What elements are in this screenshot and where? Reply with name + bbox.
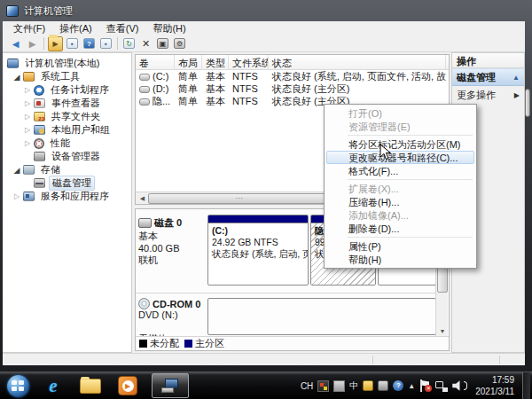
actions-disk-management-section[interactable]: 磁盘管理 ▲ [452, 68, 524, 86]
tray-help-icon[interactable]: ? [393, 380, 403, 391]
collapse-icon[interactable]: ◢ [12, 166, 22, 175]
tree-item-event-viewer[interactable]: ▷ 事件查看器 [3, 97, 131, 110]
back-icon[interactable]: ◀ [8, 36, 23, 51]
scrollbar-thumb[interactable]: ⋯ [148, 193, 331, 204]
volume-row-c[interactable]: (C:) 简单 基本 NTFS 状态良好 (系统, 启动, 页面文件, 活动, … [136, 70, 449, 82]
menu-help[interactable]: 帮助(H) [145, 21, 192, 36]
menu-item-format[interactable]: 格式化(F)... [326, 164, 474, 177]
volume-filesystem: NTFS [229, 96, 269, 106]
language-indicator[interactable]: CH [301, 381, 313, 391]
ime-mode-indicator[interactable]: 中 [349, 379, 358, 392]
expand-icon[interactable]: ▷ [12, 192, 22, 200]
menu-item-mark-active[interactable]: 将分区标记为活动分区(M) [326, 137, 474, 151]
expand-icon[interactable]: ▷ [22, 113, 33, 121]
volume-layout: 简单 [175, 82, 202, 96]
column-header-status[interactable]: 状态 [269, 55, 446, 69]
cdrom-name: CD-ROM 0 [153, 299, 200, 309]
show-hidden-icons-button[interactable]: ▲ [408, 382, 415, 390]
more-actions-label: 更多操作 [457, 89, 496, 102]
show-console-tree-icon[interactable]: ▶ [48, 36, 63, 51]
menu-item-change-drive-letter[interactable]: 更改驱动器号和路径(C)... [326, 151, 474, 164]
help-icon[interactable]: ? [82, 36, 97, 51]
actions-section-label: 磁盘管理 [457, 71, 496, 84]
column-header-layout[interactable]: 布局 [175, 55, 202, 69]
expand-icon[interactable]: ▷ [22, 99, 33, 107]
legend-primary: 主分区 [184, 337, 224, 350]
collapse-section-icon[interactable]: ▲ [512, 74, 520, 82]
taskbar-clock[interactable]: 17:59 2021/3/11 [475, 374, 514, 397]
column-header-filesystem[interactable]: 文件系统 [229, 55, 269, 69]
keyboard-layout-icon[interactable] [333, 380, 345, 392]
cdrom-media-block[interactable] [207, 298, 436, 335]
action-center-flag-icon[interactable]: ✕ [419, 379, 431, 392]
toolbar-separator [117, 37, 118, 50]
menu-item-open: 打开(O) [326, 106, 474, 120]
taskbar-ie-icon[interactable]: e [40, 374, 66, 398]
disk-state: 联机 [138, 254, 206, 267]
disk0-info[interactable]: 磁盘 0 基本 40.00 GB 联机 [138, 216, 206, 267]
clock-time: 17:59 [475, 374, 514, 386]
menu-item-delete-volume[interactable]: 删除卷(D)... [326, 222, 474, 235]
menu-item-shrink-volume[interactable]: 压缩卷(H)... [326, 195, 474, 208]
menu-view[interactable]: 查看(V) [99, 21, 146, 36]
tree-item-local-users-groups[interactable]: ▷ 本地用户和组 [3, 123, 131, 137]
primary-partition-swatch [184, 340, 192, 348]
disk-management-icon [34, 178, 45, 188]
speaker-icon[interactable] [452, 380, 462, 391]
menu-bar: 文件(F) 操作(A) 查看(V) 帮助(H) [3, 21, 525, 35]
console-window-icon[interactable]: ▪ [65, 36, 80, 51]
disk-kind: 基本 [138, 230, 206, 243]
start-button[interactable] [7, 375, 29, 397]
volume-row-d[interactable]: (D:) 简单 基本 NTFS 状态良好 (主分区) [136, 82, 449, 95]
taskbar-explorer-icon[interactable] [77, 374, 104, 398]
taskbar: e ▶ CH 中 ? ▲ ✕ 17:59 2021/3/11 [0, 372, 532, 399]
tray-app-icon-2[interactable] [378, 380, 388, 391]
system-tray: CH 中 ? ▲ ✕ 17:59 2021/3/11 [301, 372, 532, 399]
console-window-2-icon[interactable]: ▪ [98, 36, 113, 51]
taskbar-computer-management-button[interactable] [152, 373, 189, 398]
scroll-left-icon[interactable]: ◀ [137, 193, 148, 204]
expand-icon[interactable]: ▷ [22, 126, 33, 134]
services-icon [23, 192, 35, 201]
more-actions-item[interactable]: 更多操作 ▶ [452, 86, 524, 104]
taskbar-media-player-icon[interactable]: ▶ [114, 374, 141, 398]
menu-file[interactable]: 文件(F) [6, 21, 52, 36]
menu-item-help[interactable]: 帮助(H) [326, 253, 474, 266]
tree-item-performance[interactable]: ▷ 性能 [3, 137, 131, 150]
properties-icon[interactable]: ▣ [155, 36, 170, 51]
tree-item-storage[interactable]: ◢ 存储 [3, 163, 131, 176]
disk-icon [138, 218, 152, 228]
title-bar[interactable]: 计算机管理 [0, 0, 532, 21]
tree-item-computer-management[interactable]: 计算机管理(本地) [3, 57, 131, 70]
tree-item-device-manager[interactable]: 设备管理器 [3, 150, 131, 163]
window-edge-scrollbar-thumb[interactable] [525, 89, 530, 117]
tray-app-icon-1[interactable] [363, 380, 373, 391]
menu-action[interactable]: 操作(A) [52, 21, 99, 36]
storage-icon [23, 165, 35, 175]
device-manager-icon [34, 152, 45, 161]
tree-item-system-tools[interactable]: ◢ 系统工具 [3, 70, 131, 83]
ime-icon[interactable] [317, 380, 329, 392]
collapse-icon[interactable]: ◢ [12, 73, 22, 82]
column-header-type[interactable]: 类型 [202, 55, 229, 69]
menu-item-properties[interactable]: 属性(P) [326, 239, 474, 253]
manage-icon[interactable]: ⚙ [172, 36, 187, 51]
refresh-icon[interactable]: ↻ [121, 36, 137, 51]
volume-icon [139, 98, 150, 106]
volume-type: 基本 [202, 95, 229, 108]
forward-icon[interactable]: ▶ [25, 36, 40, 51]
network-icon[interactable] [435, 380, 448, 392]
column-header-volume[interactable]: 卷 [136, 55, 175, 69]
cd-rom-icon [138, 298, 150, 309]
partition-c-block[interactable]: (C:) 24.92 GB NTFS 状态良好 (系统, 启动, 页 [207, 215, 309, 286]
delete-icon[interactable]: ✕ [138, 36, 153, 51]
expand-icon[interactable]: ▷ [22, 139, 33, 147]
partition-status: 状态良好 (系统, 启动, 页 [212, 248, 304, 260]
tree-item-shared-folders[interactable]: ▷ 共享文件夹 [3, 110, 131, 123]
tree-item-task-scheduler[interactable]: ▷ 任务计划程序 [3, 83, 131, 97]
expand-icon[interactable]: ▷ [22, 86, 33, 94]
tree-item-services-applications[interactable]: ▷ 服务和应用程序 [3, 190, 131, 203]
show-desktop-button[interactable] [522, 372, 530, 399]
shared-folder-icon [34, 112, 45, 121]
tree-item-disk-management[interactable]: 磁盘管理 [3, 176, 131, 190]
